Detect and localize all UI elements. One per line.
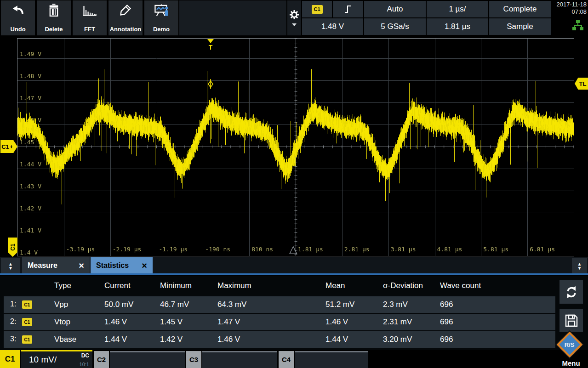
close-icon[interactable]: × xyxy=(142,260,147,271)
table-header-cell: Type xyxy=(54,281,71,290)
menu-button[interactable]: R/S Menu xyxy=(554,334,588,368)
channel1-offset-label: C1 xyxy=(10,243,16,250)
table-cell: Vbase xyxy=(54,335,76,344)
acquisition-mode-cell[interactable]: Sample xyxy=(489,18,551,35)
table-cell: 1.45 V xyxy=(160,317,183,327)
table-header-cell: Wave count xyxy=(440,281,481,290)
channel1-tab[interactable]: C1 xyxy=(0,350,20,368)
tab-statistics-label: Statistics xyxy=(96,261,129,270)
down-arrow-icon: ▼ xyxy=(8,266,13,270)
close-icon[interactable]: × xyxy=(79,260,84,271)
trash-icon xyxy=(48,4,60,17)
trigger-position-cell[interactable]: 1.81 µs xyxy=(427,18,488,35)
channel1-marker-label: C1 xyxy=(1,143,9,150)
table-cell: 51.2 mV xyxy=(325,300,354,309)
channel-bar: C1 10 mV/ DC 10:1 C2 C3 C4 xyxy=(0,350,588,368)
toolbar-strip xyxy=(179,0,286,35)
tabbar-scroll-right[interactable]: ▲ ▼ xyxy=(572,258,587,273)
demo-icon xyxy=(154,4,169,17)
refresh-icon xyxy=(565,285,578,299)
annotation-button[interactable]: Annotation xyxy=(108,0,143,35)
undo-button[interactable]: Undo xyxy=(1,0,35,35)
trigger-source-cell[interactable]: C1 xyxy=(302,1,332,17)
table-header-cell: Maximum xyxy=(217,281,251,290)
trigger-time-marker[interactable]: T xyxy=(206,39,216,51)
tab-measure-label: Measure xyxy=(28,261,57,270)
table-cell: 2.31 mV xyxy=(383,317,412,327)
sample-rate-cell[interactable]: 5 GSa/s xyxy=(364,18,426,35)
channel1-position-marker[interactable]: C1 ▲▼ xyxy=(0,140,17,153)
timebase-cell[interactable]: 1 µs/ xyxy=(427,1,488,17)
reset-statistics-button[interactable] xyxy=(559,280,583,304)
table-row[interactable]: 2:C1Vtop1.46 V1.45 V1.47 V1.46 V2.31 mV6… xyxy=(4,314,555,330)
channel2-settings[interactable] xyxy=(110,351,185,368)
table-cell: 1.44 V xyxy=(104,335,127,344)
table-cell: 3.20 mV xyxy=(383,335,412,344)
table-cell: 2.3 mV xyxy=(383,300,408,309)
table-cell: 1.47 V xyxy=(217,317,240,327)
trigger-source-badge: C1 xyxy=(312,5,323,14)
trigger-level-marker[interactable]: TL xyxy=(575,78,588,90)
trigger-slope-cell[interactable] xyxy=(333,1,363,17)
reference-point-marker: △ xyxy=(289,243,297,255)
channel-badge: C1 xyxy=(22,300,32,309)
date-value: 2017-11-18 xyxy=(552,1,587,8)
channel4-settings[interactable] xyxy=(295,351,368,368)
settings-button[interactable] xyxy=(287,0,301,35)
table-cell: 50.0 mV xyxy=(104,300,133,309)
table-header-cell: σ-Deviation xyxy=(383,281,423,290)
table-cell: 1.44 V xyxy=(325,335,348,344)
table-row[interactable]: 1:C1Vpp50.0 mV46.7 mV64.3 mV51.2 mV2.3 m… xyxy=(4,296,555,313)
table-cell: 696 xyxy=(440,317,453,327)
table-header-row: TypeCurrentMinimumMaximumMeanσ-Deviation… xyxy=(4,281,555,291)
annotation-label: Annotation xyxy=(110,26,142,33)
chevron-down-icon xyxy=(292,23,297,26)
channel3-settings[interactable] xyxy=(202,351,277,368)
gear-icon xyxy=(289,10,299,20)
sample-rate-value: 5 GSa/s xyxy=(381,22,409,31)
trigger-position-value: 1.81 µs xyxy=(445,22,470,31)
rs-logo: R/S xyxy=(557,332,583,358)
rs-logo-text: R/S xyxy=(565,341,575,348)
active-tab-underline xyxy=(0,273,588,275)
time-value: 07:08 xyxy=(552,8,587,16)
trigger-arrow-icon xyxy=(207,39,214,43)
trigger-level-value: 1.48 V xyxy=(321,22,344,31)
undo-label: Undo xyxy=(10,26,25,33)
statistics-panel: TypeCurrentMinimumMaximumMeanσ-Deviation… xyxy=(0,276,588,350)
acquisition-status-value: Complete xyxy=(503,5,537,14)
demo-label: Demo xyxy=(153,26,170,33)
fft-icon xyxy=(82,4,97,17)
tabbar-scroll-left[interactable]: ▲ ▼ xyxy=(1,258,20,273)
waveform-canvas[interactable] xyxy=(17,39,574,256)
trigger-marker-label: T xyxy=(206,44,216,51)
delete-button[interactable]: Delete xyxy=(37,0,71,35)
table-cell: 696 xyxy=(440,300,453,309)
trigger-level-cell[interactable]: 1.48 V xyxy=(302,18,363,35)
channel3-tab[interactable]: C3 xyxy=(186,351,201,368)
trigger-point-marker xyxy=(207,79,214,89)
tab-measure[interactable]: Measure × xyxy=(22,257,90,274)
channel1-offset-marker[interactable]: C1 xyxy=(8,238,17,257)
fft-button[interactable]: FFT xyxy=(73,0,107,35)
acquisition-status-cell[interactable]: Complete xyxy=(489,1,551,17)
trigger-mode-cell[interactable]: Auto xyxy=(364,1,426,17)
demo-button[interactable]: Demo xyxy=(144,0,178,35)
table-cell: 64.3 mV xyxy=(217,300,246,309)
channel1-probe: 10:1 xyxy=(80,362,89,367)
table-cell: Vpp xyxy=(54,300,68,309)
channel4-tab[interactable]: C4 xyxy=(279,351,294,368)
tab-statistics[interactable]: Statistics × xyxy=(91,257,153,274)
table-header-cell: Minimum xyxy=(160,281,192,290)
channel1-settings[interactable]: 10 mV/ DC 10:1 xyxy=(21,350,92,368)
channel1-scale: 10 mV/ xyxy=(29,355,57,365)
channel2-tab[interactable]: C2 xyxy=(94,351,109,368)
save-statistics-button[interactable] xyxy=(559,309,583,332)
channel1-coupling: DC xyxy=(81,352,89,359)
table-cell: 696 xyxy=(440,335,453,344)
table-cell: 1.46 V xyxy=(217,335,240,344)
table-cell: 46.7 mV xyxy=(160,300,189,309)
table-row[interactable]: 3:C1Vbase1.44 V1.42 V1.46 V1.44 V3.20 mV… xyxy=(4,331,555,348)
pencil-icon xyxy=(119,4,132,17)
oscilloscope-screen: Undo Delete FFT Annotation Demo C1 xyxy=(0,0,588,368)
